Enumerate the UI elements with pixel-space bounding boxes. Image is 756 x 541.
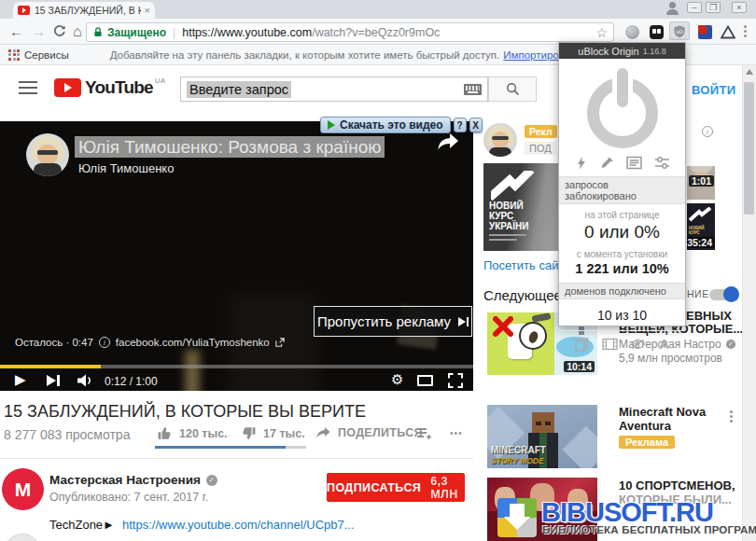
ublock-tools-row xyxy=(559,152,685,176)
forward-icon[interactable]: → xyxy=(32,20,46,44)
lock-icon xyxy=(92,26,104,38)
eye-slash-icon[interactable] xyxy=(630,338,646,351)
share-arrow-icon xyxy=(315,426,330,439)
ublock-extension-icon[interactable]: uO xyxy=(669,21,690,40)
ad-video-thumb-1[interactable]: 1:01 xyxy=(687,166,715,200)
profile-icon[interactable] xyxy=(666,2,679,14)
copy-pages-icon[interactable] xyxy=(575,338,589,352)
youtube-favicon xyxy=(18,6,30,15)
url-path: /watch?v=beQzz0r9mOc xyxy=(312,26,440,39)
autoplay-toggle[interactable] xyxy=(709,289,737,300)
element-zapper-icon[interactable] xyxy=(575,156,588,171)
add-to-playlist-icon[interactable] xyxy=(416,427,432,440)
download-close-button[interactable]: X xyxy=(469,118,483,132)
minecraft-ad-title-line2[interactable]: Aventura xyxy=(619,419,671,433)
fullscreen-icon[interactable] xyxy=(448,373,463,388)
keyboard-icon[interactable] xyxy=(464,84,482,95)
extension-globe-icon[interactable] xyxy=(622,22,642,41)
bookmark-star-icon[interactable]: ☆ xyxy=(595,25,608,40)
tab-close-icon[interactable]: × xyxy=(145,5,150,16)
ad-info-icon[interactable]: i xyxy=(702,126,713,137)
ad-video-thumb-2[interactable]: НОВИЙКУРС 35:24 xyxy=(687,203,715,250)
channel-avatar[interactable]: M xyxy=(2,468,44,510)
minecraft-sub-text: STORY MODE xyxy=(491,456,544,465)
subscribe-button[interactable]: ПОДПИСАТЬСЯ 6,3 МЛН xyxy=(327,473,465,502)
home-icon[interactable]: ⌂ xyxy=(73,20,82,44)
download-help-button[interactable]: ? xyxy=(454,118,467,132)
ad-remaining: Осталось · 0:47 xyxy=(15,337,93,348)
ad-channel-avatar[interactable] xyxy=(26,133,69,176)
share-button[interactable]: ПОДЕЛИТЬСЯ xyxy=(315,426,423,439)
sidebar-subscribe-fragment[interactable]: ПОД xyxy=(525,142,556,155)
ublock-onpage-value: 0 или 0% xyxy=(559,222,685,243)
chrome-menu-icon[interactable] xyxy=(744,25,747,39)
minecraft-logo-text: MINECRAFT xyxy=(491,445,546,455)
youtube-logo[interactable]: YouTube UA xyxy=(54,78,165,97)
sports-video-title-line1[interactable]: 10 СПОРТСМЕНОВ, xyxy=(619,479,735,492)
font-size-icon[interactable]: A xyxy=(659,338,669,352)
progress-fill xyxy=(0,365,101,368)
next-video-time: 10:14 xyxy=(564,361,595,372)
extension-vpn-triangle-icon[interactable] xyxy=(718,22,738,41)
video-options-icon[interactable] xyxy=(730,410,733,424)
next-button-icon[interactable] xyxy=(47,375,60,386)
refresh-icon[interactable] xyxy=(52,24,66,38)
settings-gear-icon[interactable]: ⚙ xyxy=(391,371,403,388)
back-icon[interactable]: ← xyxy=(9,20,23,44)
filmstrip-icon[interactable] xyxy=(602,338,618,351)
minecraft-ad-title-line1[interactable]: Minecraft Nova xyxy=(619,405,706,419)
minecraft-ad-thumbnail[interactable]: MINECRAFT STORY MODE xyxy=(487,405,597,468)
ad-info-line: Осталось · 0:47 i facebook.com/YuliaTymo… xyxy=(15,337,285,348)
visit-site-link[interactable]: Посетить сай xyxy=(483,258,558,272)
extension-video-downloader-icon[interactable] xyxy=(694,22,715,41)
miniplayer-icon[interactable] xyxy=(417,375,433,386)
ad-link[interactable]: facebook.com/YuliaTymoshenko xyxy=(116,337,270,348)
skip-ad-button[interactable]: Пропустить рекламу xyxy=(314,306,472,337)
description-link[interactable]: https://www.youtube.com/channel/UCpb7... xyxy=(122,518,355,532)
volume-icon[interactable] xyxy=(77,373,94,388)
search-button[interactable] xyxy=(488,76,537,102)
element-picker-icon[interactable] xyxy=(600,156,614,171)
progress-track[interactable] xyxy=(0,365,473,368)
window-maximize-button[interactable]: ❒ xyxy=(706,2,721,13)
video-title: 15 ЗАБЛУЖДЕНИЙ, В КОТОРЫЕ ВЫ ВЕРИТЕ xyxy=(4,402,366,422)
svg-text:uO: uO xyxy=(676,28,682,34)
channel-name-row[interactable]: Мастерская Настроения ✓ xyxy=(49,473,217,487)
bookmark-services[interactable]: Сервисы xyxy=(24,49,69,61)
play-button-icon[interactable]: ▶ xyxy=(15,371,26,388)
video-description: TechZone► https://www.youtube.com/channe… xyxy=(49,518,355,532)
sign-in-link[interactable]: ВОЙТИ xyxy=(692,83,735,97)
video-player[interactable]: Юлія Тимошенко: Розмова з країною Юлія Т… xyxy=(0,121,473,391)
like-button[interactable]: 120 тыс. xyxy=(157,425,228,441)
ublock-popup: uBlock Origin 1.16.8 запросов заблокиров… xyxy=(558,42,686,326)
address-bar[interactable]: Защищено | https://www.youtube.com /watc… xyxy=(86,22,614,42)
player-share-icon[interactable] xyxy=(437,132,459,151)
dislike-button[interactable]: 17 тыс. xyxy=(241,425,305,441)
ad-video-title[interactable]: Юлія Тимошенко: Розмова з країною xyxy=(75,137,385,158)
publish-date: Опубликовано: 7 сент. 2017 г. xyxy=(49,491,208,504)
next-video-title-frag1[interactable]: ЕВНЫХ xyxy=(686,309,732,323)
sidebar-ad-avatar[interactable] xyxy=(483,123,517,157)
ublock-power-button[interactable] xyxy=(581,68,664,150)
settings-sliders-icon[interactable] xyxy=(654,156,670,170)
subscriber-count: 6,3 МЛН xyxy=(430,475,465,501)
ublock-version: 1.16.8 xyxy=(643,47,666,56)
extension-downloader-icon[interactable] xyxy=(646,22,666,41)
window-close-button[interactable]: × xyxy=(732,2,747,13)
download-helper-bar: Скачать это видео ? X xyxy=(320,117,483,133)
download-video-button[interactable]: Скачать это видео xyxy=(320,117,451,133)
scrollbar-up-arrow[interactable] xyxy=(746,69,753,75)
search-input[interactable]: Введите запрос xyxy=(180,76,488,102)
apps-grid-icon[interactable] xyxy=(8,49,20,61)
window-minimize-button[interactable]: – xyxy=(687,2,702,13)
ublock-domains-header: доменов подключено xyxy=(559,283,685,299)
info-icon[interactable]: i xyxy=(99,337,110,348)
more-actions-icon[interactable]: ••• xyxy=(450,428,463,438)
scrollbar-thumb[interactable] xyxy=(744,82,754,215)
hamburger-menu-icon[interactable] xyxy=(19,81,37,98)
ad-channel-name[interactable]: Юлія Тимошенко xyxy=(78,161,174,175)
view-count: 8 277 083 просмотра xyxy=(4,427,130,442)
browser-tab[interactable]: 15 ЗАБЛУЖДЕНИЙ, В КО × xyxy=(13,2,155,19)
ublock-domains-value: 10 из 10 xyxy=(559,308,685,323)
logger-icon[interactable] xyxy=(626,156,642,170)
